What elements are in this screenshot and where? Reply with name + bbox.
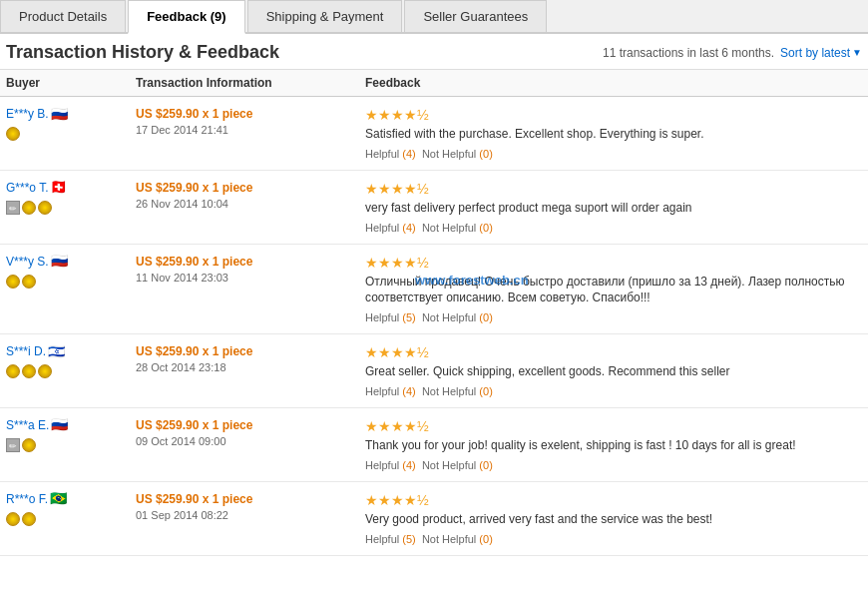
helpful-label: Helpful: [365, 533, 402, 545]
buyer-name[interactable]: E***y B.: [6, 107, 49, 121]
helpful-row: Helpful (4) Not Helpful (0): [365, 385, 862, 397]
page-title: Transaction History & Feedback: [6, 42, 279, 63]
helpful-count[interactable]: (5): [402, 311, 415, 323]
not-helpful-count[interactable]: (0): [479, 459, 492, 471]
badge-gold-icon: [22, 275, 36, 289]
helpful-row: Helpful (4) Not Helpful (0): [365, 459, 862, 471]
buyer-cell: E***y B. 🇷🇺: [6, 107, 136, 141]
not-helpful-count[interactable]: (0): [479, 385, 492, 397]
helpful-label: Helpful: [365, 222, 402, 234]
buyer-badges: [6, 512, 136, 526]
helpful-count[interactable]: (4): [402, 148, 415, 160]
transaction-date: 17 Dec 2014 21:41: [136, 124, 365, 136]
transaction-date: 09 Oct 2014 09:00: [136, 435, 365, 447]
sort-by-label[interactable]: Sort by latest ▼: [780, 46, 862, 60]
badge-gold-icon: [22, 201, 36, 215]
not-helpful-label: Not Helpful: [422, 311, 479, 323]
feedback-cell: ★★★★½very fast delivery perfect product …: [365, 181, 862, 234]
col-transaction: Transaction Information: [136, 76, 365, 90]
helpful-label: Helpful: [365, 311, 402, 323]
feedback-text: Thank you for your job! quality is exele…: [365, 437, 862, 454]
star-rating: ★★★★½: [365, 107, 862, 123]
badge-pencil-icon: ✏: [6, 438, 20, 452]
feedback-text: Отличный продавец! Очень быстро доставил…: [365, 274, 862, 307]
feedback-cell: ★★★★½Great seller. Quick shipping, excel…: [365, 344, 862, 397]
buyer-cell: V***y S. 🇷🇺: [6, 255, 136, 289]
header-right: 11 transactions in last 6 months. Sort b…: [603, 46, 862, 60]
not-helpful-label: Not Helpful: [422, 148, 479, 160]
helpful-count[interactable]: (5): [402, 533, 415, 545]
column-headers: Buyer Transaction Information Feedback: [0, 70, 868, 97]
buyer-name[interactable]: S***i D.: [6, 344, 46, 358]
tab-feedback--9-[interactable]: Feedback (9): [128, 0, 244, 34]
badge-gold-icon: [6, 275, 20, 289]
transaction-price: US $259.90 x 1 piece: [136, 492, 365, 506]
feedback-cell: ★★★★½Satisfied with the purchase. Excell…: [365, 107, 862, 160]
buyer-name[interactable]: G***o T.: [6, 181, 48, 195]
not-helpful-count[interactable]: (0): [479, 311, 492, 323]
helpful-row: Helpful (5) Not Helpful (0): [365, 533, 862, 545]
star-rating: ★★★★½: [365, 492, 862, 508]
badge-gold-icon: [22, 512, 36, 526]
buyer-badges: ✏: [6, 201, 136, 215]
table-row: R***o F. 🇧🇷US $259.90 x 1 piece01 Sep 20…: [0, 482, 868, 556]
header-bar: Transaction History & Feedback 11 transa…: [0, 34, 868, 70]
badge-gold-icon: [6, 512, 20, 526]
helpful-row: Helpful (5) Not Helpful (0): [365, 311, 862, 323]
tab-shipping---payment[interactable]: Shipping & Payment: [247, 0, 403, 32]
badge-gold-icon: [38, 201, 52, 215]
badge-gold-icon: [22, 438, 36, 452]
buyer-flag-icon: 🇧🇷: [50, 493, 66, 504]
star-rating: ★★★★½: [365, 418, 862, 434]
not-helpful-label: Not Helpful: [422, 385, 479, 397]
helpful-row: Helpful (4) Not Helpful (0): [365, 148, 862, 160]
transaction-cell: US $259.90 x 1 piece11 Nov 2014 23:03: [136, 255, 365, 284]
transaction-date: 26 Nov 2014 10:04: [136, 198, 365, 210]
table-row: S***i D. 🇮🇱US $259.90 x 1 piece28 Oct 20…: [0, 334, 868, 408]
feedback-text: very fast delivery perfect product mega …: [365, 200, 862, 217]
buyer-badges: [6, 127, 136, 141]
tab-seller-guarantees[interactable]: Seller Guarantees: [404, 0, 547, 32]
buyer-cell: G***o T. 🇨🇭✏: [6, 181, 136, 215]
feedback-cell: ★★★★½Отличный продавец! Очень быстро дос…: [365, 255, 862, 324]
feedback-text: Very good product, arrived very fast and…: [365, 511, 862, 528]
buyer-cell: S***a E. 🇷🇺✏: [6, 418, 136, 452]
transaction-price: US $259.90 x 1 piece: [136, 107, 365, 121]
transaction-date: 11 Nov 2014 23:03: [136, 272, 365, 284]
tab-product-details[interactable]: Product Details: [0, 0, 126, 32]
buyer-flag-icon: 🇨🇭: [50, 182, 66, 193]
feedback-cell: ★★★★½Very good product, arrived very fas…: [365, 492, 862, 545]
sort-arrow-icon: ▼: [852, 47, 862, 58]
transaction-cell: US $259.90 x 1 piece17 Dec 2014 21:41: [136, 107, 365, 136]
table-row: G***o T. 🇨🇭✏US $259.90 x 1 piece26 Nov 2…: [0, 171, 868, 245]
feedback-text: Satisfied with the purchase. Excellent s…: [365, 126, 862, 143]
feedback-table: E***y B. 🇷🇺US $259.90 x 1 piece17 Dec 20…: [0, 97, 868, 556]
helpful-count[interactable]: (4): [402, 222, 415, 234]
buyer-flag-icon: 🇮🇱: [48, 346, 64, 357]
transaction-cell: US $259.90 x 1 piece26 Nov 2014 10:04: [136, 181, 365, 210]
star-rating: ★★★★½: [365, 344, 862, 360]
helpful-count[interactable]: (4): [402, 385, 415, 397]
not-helpful-count[interactable]: (0): [479, 533, 492, 545]
buyer-name[interactable]: S***a E.: [6, 418, 49, 432]
buyer-badges: [6, 275, 136, 289]
transaction-date: 01 Sep 2014 08:22: [136, 509, 365, 521]
buyer-badges: [6, 364, 136, 378]
transaction-price: US $259.90 x 1 piece: [136, 344, 365, 358]
transaction-cell: US $259.90 x 1 piece28 Oct 2014 23:18: [136, 344, 365, 373]
badge-gold-icon: [6, 364, 20, 378]
star-rating: ★★★★½: [365, 181, 862, 197]
helpful-count[interactable]: (4): [402, 459, 415, 471]
not-helpful-count[interactable]: (0): [479, 222, 492, 234]
table-row: V***y S. 🇷🇺US $259.90 x 1 piece11 Nov 20…: [0, 245, 868, 335]
not-helpful-count[interactable]: (0): [479, 148, 492, 160]
badge-gold-icon: [22, 364, 36, 378]
buyer-name[interactable]: V***y S.: [6, 255, 49, 269]
feedback-cell: ★★★★½Thank you for your job! quality is …: [365, 418, 862, 471]
not-helpful-label: Not Helpful: [422, 222, 479, 234]
star-rating: ★★★★½: [365, 255, 862, 271]
transaction-cell: US $259.90 x 1 piece01 Sep 2014 08:22: [136, 492, 365, 521]
buyer-cell: R***o F. 🇧🇷: [6, 492, 136, 526]
buyer-name[interactable]: R***o F.: [6, 492, 48, 506]
helpful-label: Helpful: [365, 148, 402, 160]
